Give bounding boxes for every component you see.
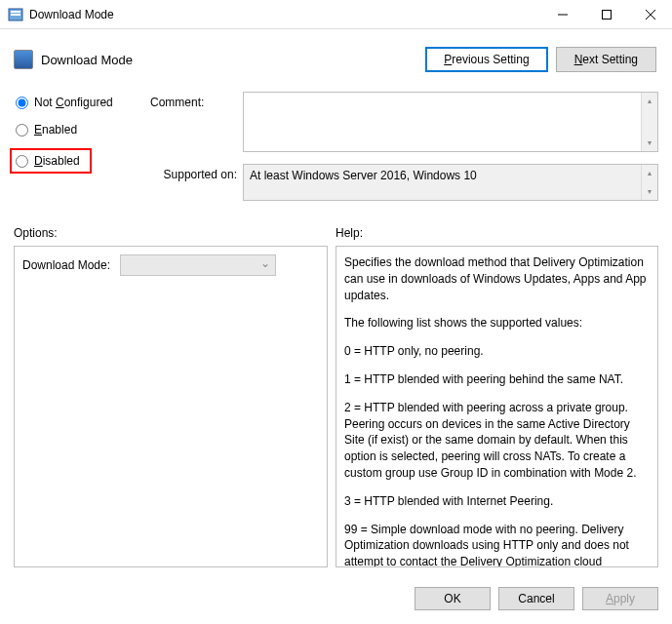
radio-disabled-label: Disabled (34, 154, 80, 168)
radio-enabled-input[interactable] (16, 124, 28, 136)
maximize-button[interactable] (584, 0, 628, 29)
scrollbar[interactable]: ▴ ▾ (641, 165, 657, 200)
titlebar: Download Mode (0, 0, 672, 29)
help-text: 3 = HTTP blended with Internet Peering. (344, 493, 650, 510)
options-panel: Download Mode: (14, 246, 328, 567)
download-mode-option-label: Download Mode: (22, 258, 120, 272)
scroll-up-icon: ▴ (642, 93, 657, 109)
radio-not-configured-label: Not Configured (34, 96, 113, 109)
help-panel: Specifies the download method that Deliv… (336, 246, 658, 567)
scroll-down-icon: ▾ (642, 135, 657, 151)
window-title: Download Mode (29, 8, 540, 21)
radio-enabled-label: Enabled (34, 123, 77, 136)
help-text: 99 = Simple download mode with no peerin… (344, 522, 650, 567)
radio-not-configured-input[interactable] (16, 97, 28, 109)
minimize-button[interactable] (540, 0, 584, 29)
window-controls (540, 0, 672, 29)
scroll-up-icon: ▴ (642, 165, 657, 181)
help-text: 1 = HTTP blended with peering behind the… (344, 371, 650, 388)
radio-disabled-input[interactable] (16, 155, 28, 168)
radio-not-configured[interactable]: Not Configured (14, 94, 140, 111)
close-button[interactable] (628, 0, 672, 29)
comment-textarea[interactable] (244, 93, 641, 151)
dialog-footer: OK Cancel Apply (0, 577, 672, 620)
state-radio-group: Not Configured Enabled Disabled (14, 92, 140, 213)
disabled-highlight: Disabled (10, 148, 92, 174)
policy-icon (8, 7, 23, 22)
supported-label: Supported on: (150, 164, 243, 201)
svg-rect-1 (11, 11, 20, 13)
help-text: 2 = HTTP blended with peering across a p… (344, 400, 650, 482)
cancel-button[interactable]: Cancel (498, 587, 574, 610)
header-icon (14, 50, 33, 69)
options-label: Options: (14, 226, 336, 240)
comment-label: Comment: (150, 92, 243, 152)
apply-button[interactable]: Apply (582, 587, 658, 610)
previous-setting-button[interactable]: Previous Setting (425, 47, 547, 72)
radio-enabled[interactable]: Enabled (14, 121, 140, 138)
radio-disabled[interactable]: Disabled (14, 152, 82, 170)
help-text: 0 = HTTP only, no peering. (344, 343, 650, 360)
page-title: Download Mode (41, 53, 425, 67)
scroll-down-icon: ▾ (642, 183, 657, 200)
help-label: Help: (336, 226, 363, 240)
help-text: Specifies the download method that Deliv… (344, 254, 650, 303)
help-text: The following list shows the supported v… (344, 315, 650, 332)
next-setting-button[interactable]: Next Setting (556, 47, 656, 72)
download-mode-select[interactable] (120, 254, 276, 276)
supported-on-text: At least Windows Server 2016, Windows 10 (244, 165, 641, 200)
scrollbar[interactable]: ▴ ▾ (641, 93, 657, 151)
svg-rect-2 (11, 14, 20, 16)
svg-rect-4 (602, 10, 611, 19)
ok-button[interactable]: OK (415, 587, 491, 610)
